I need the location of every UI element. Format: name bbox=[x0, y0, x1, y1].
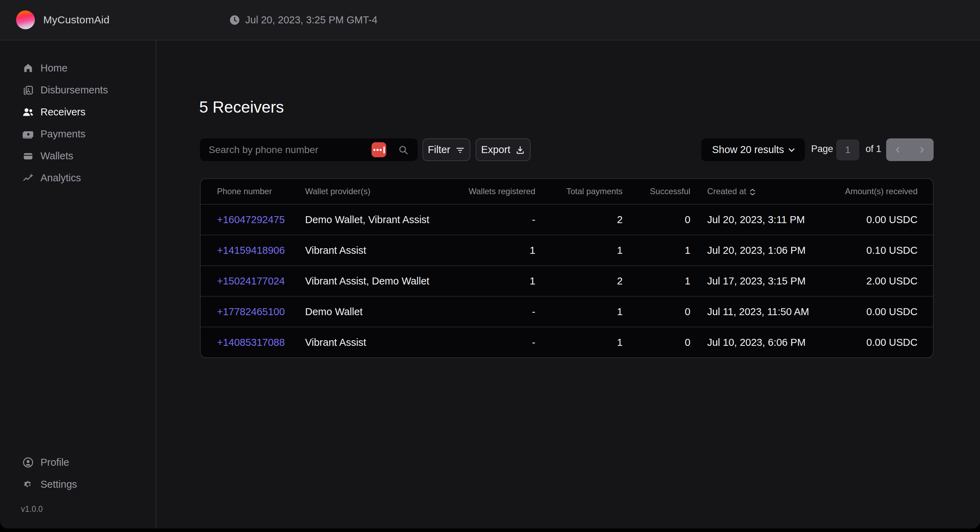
total-payments-cell: 2 bbox=[535, 265, 622, 296]
page-number-input[interactable]: 1 bbox=[836, 140, 859, 160]
amount-cell: 0.00 USDC bbox=[814, 204, 933, 235]
amount-cell: 0.00 USDC bbox=[814, 296, 933, 327]
providers-cell: Demo Wallet bbox=[305, 296, 451, 327]
sidebar-item-home[interactable]: Home bbox=[0, 57, 156, 79]
app-logo bbox=[16, 11, 35, 29]
receivers-icon bbox=[21, 106, 35, 118]
search-input[interactable] bbox=[200, 145, 372, 156]
sidebar-item-label: Profile bbox=[40, 457, 69, 468]
sidebar-item-label: Analytics bbox=[40, 172, 81, 184]
table-row: +17782465100 Demo Wallet - 1 0 Jul 11, 2… bbox=[200, 296, 933, 327]
total-payments-cell: 2 bbox=[535, 204, 622, 235]
search-icon[interactable] bbox=[398, 145, 409, 155]
sidebar-item-label: Receivers bbox=[40, 106, 86, 118]
table-header-row: Phone number Wallet provider(s) Wallets … bbox=[200, 179, 933, 204]
providers-cell: Demo Wallet, Vibrant Assist bbox=[305, 204, 451, 235]
content-shell: Home Disbursements Receivers bbox=[0, 40, 980, 529]
column-header-successful: Successful bbox=[623, 179, 690, 204]
table-row: +16047292475 Demo Wallet, Vibrant Assist… bbox=[200, 204, 933, 235]
sidebar-item-disbursements[interactable]: Disbursements bbox=[0, 79, 156, 101]
sidebar: Home Disbursements Receivers bbox=[0, 40, 156, 529]
created-at-cell: Jul 20, 2023, 3:11 PM bbox=[690, 204, 814, 235]
phone-link[interactable]: +15024177024 bbox=[217, 275, 285, 287]
wallets-registered-cell: 1 bbox=[452, 265, 536, 296]
total-payments-cell: 1 bbox=[535, 235, 622, 265]
column-header-phone: Phone number bbox=[200, 179, 305, 204]
page-title: 5 Receivers bbox=[199, 98, 284, 116]
pagination-buttons bbox=[886, 138, 934, 161]
wallets-icon bbox=[21, 150, 35, 162]
wallets-registered-cell: - bbox=[452, 327, 536, 357]
table-row: +15024177024 Vibrant Assist, Demo Wallet… bbox=[200, 265, 933, 296]
sidebar-item-label: Settings bbox=[40, 479, 77, 490]
phone-link[interactable]: +17782465100 bbox=[217, 306, 285, 317]
results-per-page-select[interactable]: Show 20 results bbox=[701, 138, 805, 161]
column-header-wallets-registered: Wallets registered bbox=[452, 179, 536, 204]
sidebar-item-label: Wallets bbox=[40, 150, 73, 162]
phone-link[interactable]: +16047292475 bbox=[217, 214, 285, 225]
sidebar-item-analytics[interactable]: Analytics bbox=[0, 167, 156, 189]
providers-cell: Vibrant Assist bbox=[305, 327, 451, 357]
main-panel: 5 Receivers Filter Export bbox=[156, 40, 980, 529]
table-row: +14085317088 Vibrant Assist - 1 0 Jul 10… bbox=[200, 327, 933, 357]
sidebar-footer: Profile Settings v1.0.0 bbox=[0, 451, 156, 514]
sidebar-item-profile[interactable]: Profile bbox=[0, 451, 156, 473]
app-window: MyCustomAid Jul 20, 2023, 3:25 PM GMT-4 … bbox=[0, 0, 980, 532]
current-datetime: Jul 20, 2023, 3:25 PM GMT-4 bbox=[229, 14, 377, 26]
column-header-providers: Wallet provider(s) bbox=[305, 179, 451, 204]
created-at-cell: Jul 17, 2023, 3:15 PM bbox=[690, 265, 814, 296]
sidebar-item-wallets[interactable]: Wallets bbox=[0, 145, 156, 167]
export-button-label: Export bbox=[481, 144, 511, 156]
amount-cell: 0.00 USDC bbox=[814, 327, 933, 357]
search-box bbox=[200, 138, 418, 161]
profile-icon bbox=[21, 457, 35, 468]
sidebar-item-payments[interactable]: Payments bbox=[0, 123, 156, 145]
sidebar-item-settings[interactable]: Settings bbox=[0, 473, 156, 495]
phone-link[interactable]: +14159418906 bbox=[217, 245, 285, 256]
wallets-registered-cell: - bbox=[452, 204, 536, 235]
table-row: +14159418906 Vibrant Assist 1 1 1 Jul 20… bbox=[200, 235, 933, 265]
sidebar-item-receivers[interactable]: Receivers bbox=[0, 101, 156, 123]
page-count-label: of 1 bbox=[865, 144, 881, 154]
previous-page-button[interactable] bbox=[886, 138, 910, 161]
column-header-amount: Amount(s) received bbox=[814, 179, 933, 204]
amount-cell: 2.00 USDC bbox=[814, 265, 933, 296]
results-select-label: Show 20 results bbox=[712, 144, 784, 156]
sort-icon bbox=[750, 189, 755, 195]
successful-cell: 0 bbox=[623, 204, 690, 235]
password-manager-icon[interactable] bbox=[372, 142, 386, 157]
filter-button[interactable]: Filter bbox=[423, 138, 470, 161]
created-at-cell: Jul 10, 2023, 6:06 PM bbox=[690, 327, 814, 357]
successful-cell: 1 bbox=[623, 235, 690, 265]
column-header-created-at[interactable]: Created at bbox=[690, 179, 814, 204]
amount-cell: 0.10 USDC bbox=[814, 235, 933, 265]
phone-link[interactable]: +14085317088 bbox=[217, 337, 285, 348]
app-version: v1.0.0 bbox=[21, 505, 156, 514]
app-name: MyCustomAid bbox=[43, 14, 110, 26]
disbursements-icon bbox=[21, 84, 35, 96]
sidebar-item-label: Home bbox=[40, 62, 67, 74]
total-payments-cell: 1 bbox=[535, 327, 622, 357]
created-at-cell: Jul 11, 2023, 11:50 AM bbox=[690, 296, 814, 327]
created-at-cell: Jul 20, 2023, 1:06 PM bbox=[690, 235, 814, 265]
chevron-down-icon bbox=[787, 145, 797, 155]
sidebar-item-label: Disbursements bbox=[40, 84, 108, 96]
payments-icon bbox=[21, 128, 35, 140]
column-header-total-payments: Total payments bbox=[535, 179, 622, 204]
page-label: Page bbox=[811, 144, 833, 154]
filter-icon bbox=[455, 145, 465, 155]
analytics-icon bbox=[21, 172, 35, 184]
export-button[interactable]: Export bbox=[476, 138, 531, 161]
sidebar-item-label: Payments bbox=[40, 128, 86, 140]
download-icon bbox=[515, 145, 525, 155]
successful-cell: 1 bbox=[623, 265, 690, 296]
successful-cell: 0 bbox=[623, 327, 690, 357]
providers-cell: Vibrant Assist, Demo Wallet bbox=[305, 265, 451, 296]
providers-cell: Vibrant Assist bbox=[305, 235, 451, 265]
wallets-registered-cell: 1 bbox=[452, 235, 536, 265]
clock-icon bbox=[229, 15, 240, 25]
next-page-button[interactable] bbox=[910, 138, 934, 161]
successful-cell: 0 bbox=[623, 296, 690, 327]
total-payments-cell: 1 bbox=[535, 296, 622, 327]
top-bar: MyCustomAid Jul 20, 2023, 3:25 PM GMT-4 bbox=[0, 0, 980, 40]
